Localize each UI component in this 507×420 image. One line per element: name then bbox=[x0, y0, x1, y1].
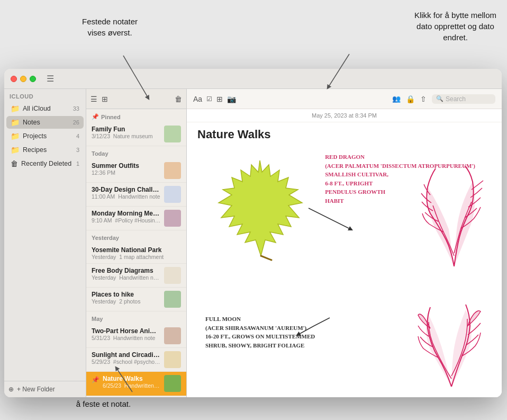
sidebar-section-header: iCloud bbox=[4, 89, 86, 102]
note-item-monday-meeting[interactable]: Monday Morning Meeting 9:10 AM #Policy #… bbox=[86, 207, 186, 230]
folder-icon: 📁 bbox=[11, 104, 20, 113]
share-icon[interactable]: ⇧ bbox=[420, 95, 427, 103]
note-thumb bbox=[164, 186, 181, 203]
red-plant2-illustration bbox=[417, 297, 486, 387]
note-thumb bbox=[164, 126, 181, 142]
notes-list: ☰ ⊞ 🗑 📌 Pinned Family Fun 3/12/23 Nature… bbox=[86, 89, 187, 397]
folder-icon: 📁 bbox=[11, 146, 20, 154]
titlebar: ☰ bbox=[4, 69, 502, 89]
sidebar-count: 26 bbox=[73, 119, 79, 126]
grid-view-icon[interactable]: ⊞ bbox=[102, 95, 108, 103]
checklist-icon[interactable]: ☑ bbox=[206, 95, 212, 103]
full-moon-annotation: FULL MOON (ACER SHIRASAWANUM 'AUREUM') 1… bbox=[205, 315, 315, 350]
notes-window: ☰ iCloud 📁 All iCloud 33 📁 Notes 26 📁 Pr… bbox=[4, 69, 502, 397]
sidebar-item-label: Recently Deleted bbox=[21, 160, 71, 167]
notes-list-content: 📌 Pinned Family Fun 3/12/23 Nature museu… bbox=[86, 109, 186, 397]
folder-icon: 📁 bbox=[11, 118, 20, 127]
search-icon: 🔍 bbox=[436, 95, 443, 102]
main-area: iCloud 📁 All iCloud 33 📁 Notes 26 📁 Proj… bbox=[4, 89, 502, 397]
delete-icon[interactable]: 🗑 bbox=[175, 95, 182, 103]
notes-list-toolbar: ☰ ⊞ 🗑 bbox=[86, 89, 186, 109]
search-box[interactable]: 🔍 Search bbox=[432, 94, 495, 104]
search-placeholder: Search bbox=[446, 95, 466, 103]
new-folder-button[interactable]: ⊕ + New Folder bbox=[4, 381, 86, 397]
table-icon[interactable]: ⊞ bbox=[216, 95, 223, 103]
pinned-section-header: 📌 Pinned bbox=[86, 109, 186, 122]
sidebar-item-label: Recipes bbox=[23, 146, 47, 154]
attachment-icon[interactable]: 📷 bbox=[227, 95, 236, 103]
maximize-button[interactable] bbox=[30, 76, 36, 82]
red-dragon-plant-illustration bbox=[420, 160, 488, 266]
editor-canvas[interactable]: RED DRAGON (ACER PALMATUM 'DISSECTUM ATR… bbox=[187, 145, 502, 397]
trash-icon: 🗑 bbox=[11, 159, 18, 168]
note-editor: Aa ☑ ⊞ 📷 👥 🔒 ⇧ 🔍 Search May 25, 2023 at … bbox=[187, 89, 502, 397]
sidebar-item-label: All iCloud bbox=[23, 105, 51, 112]
today-section-header: Today bbox=[86, 146, 186, 159]
sidebar-count: 3 bbox=[76, 147, 79, 153]
note-item-summer-outfits[interactable]: Summer Outfits 12:36 PM bbox=[86, 159, 186, 183]
note-item-yosemite[interactable]: Yosemite National Park Yesterday 1 map a… bbox=[86, 243, 186, 264]
pin-icon-active: 📌 bbox=[92, 376, 99, 383]
minimize-button[interactable] bbox=[20, 76, 26, 82]
note-thumb bbox=[164, 351, 181, 368]
note-item-places-hike[interactable]: Places to hike Yesterday 2 photos bbox=[86, 288, 186, 311]
new-folder-label: + New Folder bbox=[17, 386, 55, 393]
sidebar-toggle-icon[interactable]: ☰ bbox=[47, 74, 54, 84]
collab-icon[interactable]: 👥 bbox=[392, 95, 401, 103]
note-item-nature-walks[interactable]: 📌 Nature Walks 6/25/23 Handwritten note bbox=[86, 372, 186, 396]
sidebar-item-allicloud[interactable]: 📁 All iCloud 33 bbox=[6, 102, 84, 115]
traffic-lights bbox=[11, 76, 36, 82]
callout-top-right: Klikk for å bytte mellom dato opprettet … bbox=[414, 10, 496, 43]
new-folder-icon: ⊕ bbox=[8, 386, 14, 393]
lock-icon[interactable]: 🔒 bbox=[406, 95, 415, 103]
editor-meta-date[interactable]: May 25, 2023 at 8:34 PM bbox=[187, 109, 502, 122]
sidebar-item-recipes[interactable]: 📁 Recipes 3 bbox=[6, 144, 84, 156]
sidebar-item-projects[interactable]: 📁 Projects 4 bbox=[6, 130, 84, 142]
format-text-icon[interactable]: Aa bbox=[193, 95, 202, 103]
svg-line-3 bbox=[261, 256, 271, 260]
may-section-header: May bbox=[86, 311, 186, 324]
editor-date-text: May 25, 2023 at 8:34 PM bbox=[312, 112, 377, 119]
editor-toolbar: Aa ☑ ⊞ 📷 👥 🔒 ⇧ 🔍 Search bbox=[187, 89, 502, 109]
note-thumb bbox=[164, 327, 181, 344]
sidebar-item-notes[interactable]: 📁 Notes 26 bbox=[6, 116, 84, 129]
yesterday-section-header: Yesterday bbox=[86, 230, 186, 243]
pin-icon: 📌 bbox=[92, 113, 99, 120]
sidebar-count: 33 bbox=[73, 105, 79, 112]
folder-icon: 📁 bbox=[11, 132, 20, 140]
list-view-icon[interactable]: ☰ bbox=[90, 95, 97, 103]
note-item-body-diagrams[interactable]: Free Body Diagrams Yesterday Handwritten… bbox=[86, 264, 186, 288]
sidebar-item-label: Notes bbox=[23, 119, 40, 126]
editor-title: Nature Walks bbox=[187, 122, 502, 145]
sidebar-count: 4 bbox=[76, 133, 79, 139]
note-item-sunlight[interactable]: Sunlight and Circadian... 5/29/23 #schoo… bbox=[86, 348, 186, 372]
callout-top-left: Festede notater vises øverst. bbox=[82, 16, 138, 38]
note-thumb bbox=[164, 210, 181, 227]
note-item-horse[interactable]: Two-Part Horse Anima... 5/31/23 Handwrit… bbox=[86, 324, 186, 348]
sidebar-item-recently-deleted[interactable]: 🗑 Recently Deleted 1 bbox=[6, 157, 84, 170]
close-button[interactable] bbox=[11, 76, 17, 82]
handwritten-content: RED DRAGON (ACER PALMATUM 'DISSECTUM ATR… bbox=[197, 150, 491, 392]
sidebar: iCloud 📁 All iCloud 33 📁 Notes 26 📁 Proj… bbox=[4, 89, 86, 397]
note-item-30day[interactable]: 30-Day Design Challen... 11:00 AM Handwr… bbox=[86, 183, 186, 207]
note-thumb bbox=[164, 267, 181, 284]
yellow-leaf-illustration bbox=[203, 155, 319, 261]
note-thumb bbox=[164, 375, 181, 392]
note-item-family-fun[interactable]: Family Fun 3/12/23 Nature museum bbox=[86, 122, 186, 146]
note-thumb bbox=[164, 162, 181, 179]
note-thumb bbox=[164, 291, 181, 308]
sidebar-count: 1 bbox=[76, 160, 79, 167]
sidebar-item-label: Projects bbox=[23, 132, 47, 140]
